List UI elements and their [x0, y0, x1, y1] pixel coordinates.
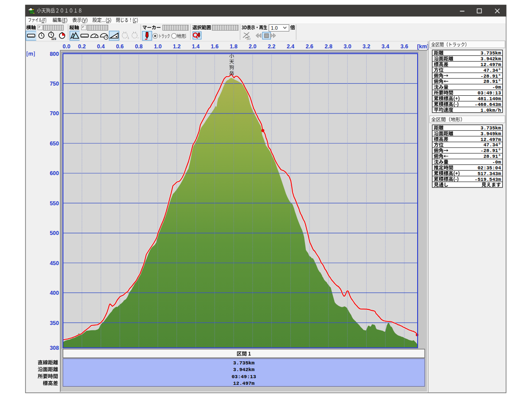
svg-text:0.4: 0.4 — [97, 43, 105, 50]
svg-text:-0m: -0m — [492, 160, 501, 165]
svg-text:700: 700 — [50, 110, 59, 117]
svg-text:550: 550 — [50, 200, 59, 207]
svg-text:400: 400 — [50, 290, 59, 296]
svg-text:02:35:04: 02:35:04 — [477, 165, 501, 171]
svg-text:0.0: 0.0 — [63, 43, 70, 50]
svg-text:800: 800 — [50, 51, 59, 57]
svg-text:1.8: 1.8 — [230, 43, 237, 50]
svg-text:650: 650 — [50, 141, 59, 147]
svg-text:481.140m: 481.140m — [477, 96, 501, 102]
svg-text:~: ~ — [137, 36, 139, 39]
svg-text:3.735km: 3.735km — [481, 125, 501, 131]
svg-text:1: 1 — [128, 36, 129, 39]
svg-text:2.6: 2.6 — [305, 43, 313, 50]
svg-text:-28.91°: -28.91° — [481, 74, 501, 79]
svg-text:1.2: 1.2 — [173, 43, 180, 50]
svg-text:47.34°: 47.34° — [483, 142, 501, 148]
svg-text:517.343m: 517.343m — [477, 171, 501, 176]
svg-text:12.497m: 12.497m — [233, 380, 254, 386]
svg-text:3.942km: 3.942km — [233, 367, 254, 372]
svg-text:750: 750 — [50, 81, 59, 87]
svg-text:2.0: 2.0 — [249, 43, 256, 50]
svg-text:2.2: 2.2 — [268, 43, 275, 50]
svg-text:3.735km: 3.735km — [481, 51, 501, 56]
svg-text:28.91°: 28.91° — [483, 154, 501, 159]
svg-text:3.6: 3.6 — [400, 43, 408, 50]
svg-text:3.735km: 3.735km — [233, 360, 254, 366]
svg-text:1.0: 1.0 — [154, 43, 161, 50]
svg-text:12.497m: 12.497m — [481, 137, 501, 142]
svg-text:0.8: 0.8 — [135, 43, 142, 50]
svg-text:-0m: -0m — [492, 85, 501, 90]
svg-text:0.2: 0.2 — [78, 43, 86, 50]
svg-text:47.34°: 47.34° — [483, 68, 501, 73]
svg-text:450: 450 — [50, 260, 59, 266]
svg-text:-28.91°: -28.91° — [481, 148, 501, 153]
svg-text:1.6: 1.6 — [211, 43, 219, 50]
svg-text:2.4: 2.4 — [287, 43, 294, 50]
svg-text:600: 600 — [50, 170, 59, 176]
svg-text:3D: 3D — [246, 37, 250, 40]
svg-text:03:49:13: 03:49:13 — [477, 90, 501, 96]
svg-text:308: 308 — [50, 345, 59, 351]
svg-text:03:49:13: 03:49:13 — [231, 374, 256, 379]
svg-text:0.6: 0.6 — [116, 43, 124, 50]
svg-text:-519.543m: -519.543m — [475, 177, 501, 182]
svg-text:28.91°: 28.91° — [483, 79, 501, 84]
svg-text:500: 500 — [50, 230, 59, 236]
svg-text:3.4: 3.4 — [382, 43, 389, 50]
svg-text:12.497m: 12.497m — [481, 62, 501, 67]
svg-text:[km]: [km] — [417, 43, 429, 50]
svg-text:1.0km/h: 1.0km/h — [481, 108, 501, 113]
svg-text:1.4: 1.4 — [192, 43, 200, 50]
svg-text:1.0: 1.0 — [271, 25, 278, 31]
svg-text:3.949km: 3.949km — [481, 131, 501, 137]
svg-text:3.942km: 3.942km — [481, 56, 501, 62]
svg-text:2.8: 2.8 — [325, 43, 332, 50]
svg-text:350: 350 — [50, 320, 59, 326]
svg-text:-468.643m: -468.643m — [475, 102, 501, 107]
svg-text:3.0: 3.0 — [344, 43, 351, 50]
svg-text:3.2: 3.2 — [363, 43, 370, 50]
svg-text:123: 123 — [51, 37, 56, 40]
